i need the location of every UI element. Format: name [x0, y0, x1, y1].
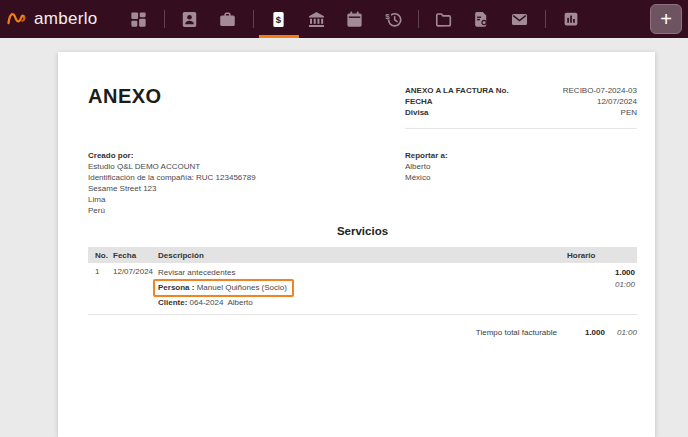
- amberlo-logo-icon: [6, 5, 30, 33]
- document-page: ANEXO ANEXO A LA FACTURA No. RECIBO-07-2…: [58, 52, 655, 437]
- col-header-no: No.: [88, 247, 113, 263]
- nav-divider: [253, 10, 254, 28]
- document-header: ANEXO ANEXO A LA FACTURA No. RECIBO-07-2…: [88, 85, 637, 129]
- service-row-hours: 1.000: [567, 267, 635, 279]
- created-by-line: Sesame Street 123: [88, 183, 405, 194]
- meta-label: FECHA: [405, 96, 433, 107]
- service-row-description: Revisar antecedentes Persona : Manuel Qu…: [158, 263, 567, 315]
- nav-billing[interactable]: $: [267, 0, 291, 38]
- created-by-line: Estudio Q&L DEMO ACCOUNT: [88, 161, 405, 172]
- created-by-line: Lima: [88, 194, 405, 205]
- service-row-hours-cell: 1.000 01:00: [567, 263, 637, 315]
- nav-invoices[interactable]: [470, 0, 494, 38]
- cliente-label: Cliente:: [158, 298, 187, 307]
- created-by-label: Creado por:: [88, 150, 405, 161]
- svg-text:$: $: [276, 13, 282, 24]
- persona-highlight-box: Persona : Manuel Quiñones (Socio): [153, 279, 294, 297]
- nav-divider: [545, 10, 546, 28]
- services-heading: Servicios: [88, 225, 637, 237]
- col-header-date: Fecha: [113, 247, 158, 263]
- nav-reports[interactable]: [559, 0, 583, 38]
- billing-tag-icon: $: [269, 10, 288, 29]
- total-row: Tiempo total facturable 1.000 01:00: [88, 328, 637, 337]
- nav-dashboard[interactable]: [127, 0, 151, 38]
- nav-mail[interactable]: [508, 0, 532, 38]
- folder-icon: [434, 10, 453, 29]
- invoice-seal-icon: [472, 10, 491, 29]
- nav-time-billing[interactable]: $: [381, 0, 405, 38]
- report-to-line: México: [405, 172, 637, 183]
- meta-value: 12/07/2024: [597, 96, 637, 107]
- reports-chart-icon: [562, 10, 580, 28]
- col-header-description: Descripción: [158, 247, 567, 263]
- active-tab-underline: [259, 35, 299, 38]
- nav-contacts[interactable]: [178, 0, 202, 38]
- main-nav: $: [120, 0, 590, 38]
- meta-row-invoice-no: ANEXO A LA FACTURA No. RECIBO-07-2024-03: [405, 85, 637, 96]
- report-to-block: Reportar a: Alberto México: [405, 150, 637, 216]
- briefcase-icon: [218, 10, 237, 29]
- time-money-icon: $: [383, 9, 403, 29]
- services-table: No. Fecha Descripción Horario 1 12/07/20…: [88, 247, 637, 315]
- service-row-date: 12/07/2024: [113, 263, 158, 315]
- meta-label: ANEXO A LA FACTURA No.: [405, 85, 509, 96]
- contacts-icon: [180, 10, 199, 29]
- persona-label: Persona :: [158, 283, 194, 292]
- meta-value: RECIBO-07-2024-03: [563, 85, 637, 96]
- total-hours: 1.000: [585, 328, 605, 337]
- nav-matters[interactable]: [216, 0, 240, 38]
- dashboard-icon: [129, 10, 148, 29]
- service-row: 1 12/07/2024 Revisar antecedentes Person…: [88, 263, 637, 315]
- bank-icon: [307, 10, 326, 29]
- meta-value: PEN: [621, 107, 637, 118]
- persona-value: Manuel Quiñones (Socio): [194, 283, 287, 292]
- app-logo[interactable]: amberlo: [6, 5, 98, 33]
- created-by-line: Identificación de la compañía: RUC 12345…: [88, 172, 405, 183]
- app-header: amberlo: [0, 0, 688, 38]
- service-row-duration: 01:00: [567, 279, 635, 291]
- nav-divider: [418, 10, 419, 28]
- service-row-no: 1: [88, 263, 113, 315]
- parties-section: Creado por: Estudio Q&L DEMO ACCOUNT Ide…: [88, 150, 637, 216]
- meta-row-currency: Divisa PEN: [405, 107, 637, 118]
- created-by-line: Perú: [88, 205, 405, 216]
- calendar-icon: [345, 10, 364, 29]
- document-title: ANEXO: [88, 85, 162, 108]
- col-header-hours: Horario: [567, 247, 637, 263]
- meta-label: Divisa: [405, 107, 429, 118]
- meta-row-date: FECHA 12/07/2024: [405, 96, 637, 107]
- report-to-label: Reportar a:: [405, 150, 637, 161]
- service-description-text: Revisar antecedentes: [158, 267, 567, 279]
- add-button[interactable]: +: [650, 4, 682, 34]
- mail-icon: [510, 10, 529, 29]
- nav-documents[interactable]: [432, 0, 456, 38]
- total-label: Tiempo total facturable: [476, 328, 557, 337]
- report-to-line: Alberto: [405, 161, 637, 172]
- nav-calendar[interactable]: [343, 0, 367, 38]
- svg-text:$: $: [385, 12, 390, 21]
- nav-bank[interactable]: [305, 0, 329, 38]
- nav-divider: [164, 10, 165, 28]
- services-table-header: No. Fecha Descripción Horario: [88, 247, 637, 263]
- created-by-block: Creado por: Estudio Q&L DEMO ACCOUNT Ide…: [88, 150, 405, 216]
- invoice-meta: ANEXO A LA FACTURA No. RECIBO-07-2024-03…: [405, 85, 637, 129]
- total-duration: 01:00: [617, 328, 637, 337]
- app-logo-text: amberlo: [34, 9, 98, 29]
- cliente-value: 064-2024 Alberto: [187, 298, 252, 307]
